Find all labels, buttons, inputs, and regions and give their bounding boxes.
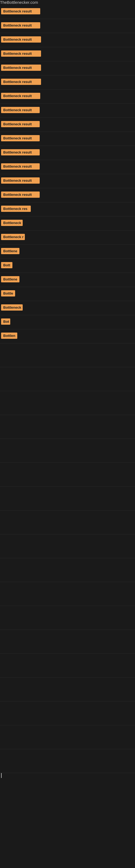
result-row-9: Bottleneck result — [0, 118, 135, 132]
empty-row-14 — [0, 678, 135, 702]
bottleneck-bar-20[interactable]: Bottlene — [1, 276, 19, 282]
result-row-3: Bottleneck result — [0, 33, 135, 47]
result-row-2: Bottleneck result — [0, 19, 135, 33]
empty-row-3 — [0, 415, 135, 439]
bottleneck-bar-24[interactable]: Bottlen — [1, 333, 17, 339]
result-row-14: Bottleneck result — [0, 188, 135, 203]
bottleneck-bar-4[interactable]: Bottleneck result — [1, 51, 41, 57]
result-row-15: Bottleneck res — [0, 203, 135, 216]
empty-row-4 — [0, 439, 135, 463]
result-row-20: Bottlene — [0, 273, 135, 287]
result-row-6: Bottleneck result — [0, 75, 135, 90]
bottleneck-bar-14[interactable]: Bottleneck result — [1, 191, 40, 198]
bottleneck-bar-19[interactable]: Bott — [1, 262, 12, 268]
bottleneck-bar-23[interactable]: Bot — [1, 318, 10, 325]
bottleneck-bar-8[interactable]: Bottleneck result — [1, 107, 40, 113]
empty-row-10 — [0, 582, 135, 606]
result-row-10: Bottleneck result — [0, 132, 135, 146]
empty-row-11 — [0, 606, 135, 630]
bottleneck-bar-1[interactable]: Bottleneck result — [1, 8, 40, 14]
empty-row-2 — [0, 391, 135, 415]
result-row-5: Bottleneck result — [0, 61, 135, 75]
bottleneck-bar-9[interactable]: Bottleneck result — [1, 121, 40, 127]
bottleneck-bar-21[interactable]: Bottle — [1, 290, 15, 297]
bottleneck-bar-22[interactable]: Bottleneck — [1, 304, 23, 311]
empty-row-8 — [0, 534, 135, 558]
empty-row-16 — [0, 725, 135, 749]
bottleneck-bar-15[interactable]: Bottleneck res — [1, 206, 31, 212]
result-row-12: Bottleneck result — [0, 160, 135, 174]
text-cursor — [1, 773, 2, 778]
result-row-21: Bottle — [0, 287, 135, 301]
empty-row-6 — [0, 487, 135, 510]
bottleneck-bar-7[interactable]: Bottleneck result — [1, 93, 40, 99]
site-header: TheBottlenecker.com — [0, 0, 135, 5]
bottleneck-bar-17[interactable]: Bottleneck r — [1, 234, 25, 240]
bottleneck-bar-11[interactable]: Bottleneck result — [1, 149, 40, 155]
bottleneck-bar-13[interactable]: Bottleneck result — [1, 177, 40, 184]
bottleneck-bar-16[interactable]: Bottleneck — [1, 220, 23, 226]
empty-row-12 — [0, 630, 135, 654]
empty-row-9 — [0, 558, 135, 582]
result-row-13: Bottleneck result — [0, 174, 135, 188]
empty-row-0 — [0, 343, 135, 367]
bottleneck-bar-6[interactable]: Bottleneck result — [1, 79, 41, 85]
empty-row-1 — [0, 367, 135, 391]
result-row-24: Bottlen — [0, 329, 135, 343]
result-row-17: Bottleneck r — [0, 230, 135, 245]
result-row-4: Bottleneck result — [0, 47, 135, 61]
bottleneck-bar-10[interactable]: Bottleneck result — [1, 135, 40, 141]
bottleneck-bar-2[interactable]: Bottleneck result — [1, 22, 40, 29]
empty-row-15 — [0, 702, 135, 725]
bars-container: Bottleneck resultBottleneck resultBottle… — [0, 5, 135, 773]
result-row-8: Bottleneck result — [0, 104, 135, 118]
empty-row-5 — [0, 463, 135, 487]
empty-row-13 — [0, 654, 135, 678]
bottleneck-bar-12[interactable]: Bottleneck result — [1, 163, 40, 169]
empty-row-17 — [0, 749, 135, 773]
result-row-22: Bottleneck — [0, 301, 135, 315]
bottleneck-bar-18[interactable]: Bottlene — [1, 248, 19, 254]
result-row-19: Bott — [0, 259, 135, 273]
result-row-18: Bottlene — [0, 245, 135, 259]
result-row-23: Bot — [0, 315, 135, 329]
bottleneck-bar-3[interactable]: Bottleneck result — [1, 36, 41, 42]
result-row-11: Bottleneck result — [0, 146, 135, 160]
empty-row-7 — [0, 510, 135, 534]
result-row-16: Bottleneck — [0, 216, 135, 230]
result-row-7: Bottleneck result — [0, 90, 135, 104]
bottleneck-bar-5[interactable]: Bottleneck result — [1, 65, 41, 71]
